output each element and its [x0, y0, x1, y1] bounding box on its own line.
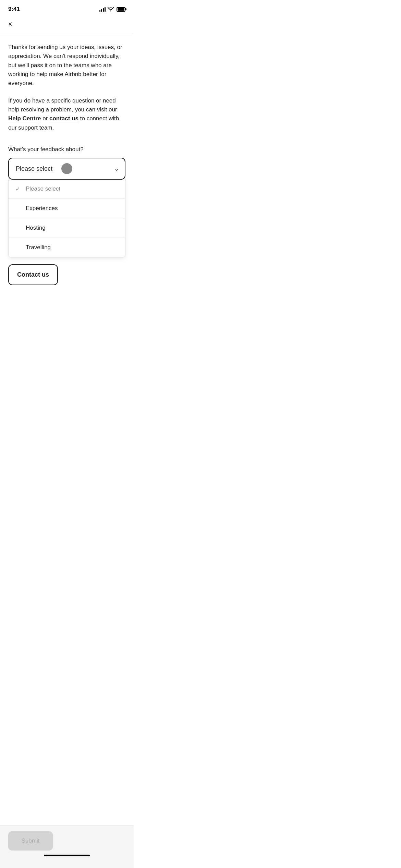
status-time: 9:41 — [8, 6, 20, 13]
help-text: If you do have a specific question or ne… — [8, 96, 125, 132]
dropdown-open-panel: ✓ Please select Experiences Hosting Trav… — [8, 179, 125, 257]
feedback-label: What's your feedback about? — [8, 146, 125, 153]
option-label-hosting: Hosting — [26, 225, 46, 231]
help-text-before: If you do have a specific question or ne… — [8, 97, 117, 113]
intro-text: Thanks for sending us your ideas, issues… — [8, 43, 125, 88]
help-text-or: or — [41, 115, 49, 122]
option-label-travelling: Travelling — [26, 244, 51, 251]
battery-icon — [117, 7, 125, 12]
dropdown-container: Please select Experiences Hosting Travel… — [8, 158, 125, 180]
wifi-icon — [108, 7, 114, 12]
help-centre-link[interactable]: Help Centre — [8, 115, 41, 122]
contact-us-link[interactable]: contact us — [49, 115, 78, 122]
option-label-experiences: Experiences — [26, 205, 58, 212]
feedback-select[interactable]: Please select Experiences Hosting Travel… — [8, 158, 125, 180]
status-bar: 9:41 — [0, 0, 134, 16]
main-content: Thanks for sending us your ideas, issues… — [0, 33, 134, 285]
dropdown-option-experiences[interactable]: Experiences — [9, 199, 125, 218]
dropdown-option-travelling[interactable]: Travelling — [9, 238, 125, 257]
close-button[interactable]: × — [7, 19, 14, 29]
dropdown-option-please-select[interactable]: ✓ Please select — [9, 179, 125, 199]
contact-us-button[interactable]: Contact us — [8, 264, 58, 285]
checkmark-icon: ✓ — [15, 186, 22, 192]
option-label-please-select: Please select — [26, 185, 60, 192]
close-row: × — [0, 16, 134, 33]
dropdown-wrapper: Please select Experiences Hosting Travel… — [8, 158, 125, 257]
status-icons — [99, 7, 125, 12]
contact-us-section: Contact us — [8, 263, 125, 285]
dropdown-option-hosting[interactable]: Hosting — [9, 218, 125, 238]
signal-icon — [99, 7, 106, 12]
